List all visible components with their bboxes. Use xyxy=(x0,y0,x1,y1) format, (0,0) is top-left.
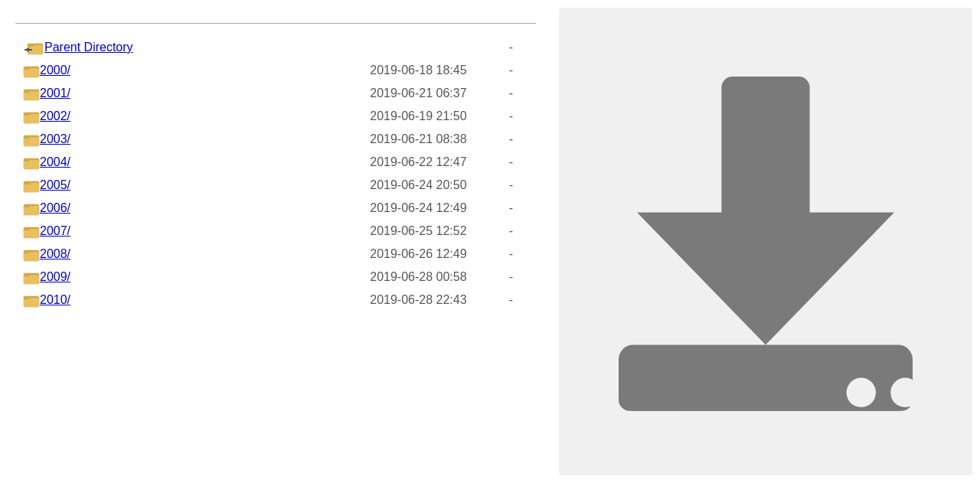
svg-rect-38 xyxy=(721,77,809,231)
directory-link[interactable]: 2009/ xyxy=(40,270,70,284)
folder-icon xyxy=(23,108,40,125)
download-icon xyxy=(559,8,972,475)
name-cell: 2009/ xyxy=(15,266,276,289)
directory-link[interactable]: Parent Directory xyxy=(44,41,133,54)
name-cell: 2000/ xyxy=(15,59,276,82)
svg-rect-19 xyxy=(24,158,30,162)
size-cell: - xyxy=(475,59,536,82)
name-cell: 2001/ xyxy=(15,82,276,105)
folder-icon xyxy=(23,246,40,263)
svg-rect-22 xyxy=(24,181,30,184)
size-cell: - xyxy=(475,105,536,128)
name-cell: Parent Directory xyxy=(15,36,276,59)
table-row: Parent Directory - xyxy=(15,36,536,59)
directory-link[interactable]: 2005/ xyxy=(40,178,70,192)
name-cell: 2007/ xyxy=(15,220,276,243)
svg-rect-7 xyxy=(24,67,30,70)
size-cell: - xyxy=(475,220,536,243)
date-cell: 2019-06-21 08:38 xyxy=(276,128,475,151)
svg-rect-13 xyxy=(24,113,30,116)
name-cell: 2006/ xyxy=(15,197,276,220)
size-cell: - xyxy=(475,289,536,312)
folder-icon xyxy=(23,177,40,194)
name-cell: 2005/ xyxy=(15,174,276,197)
directory-link[interactable]: 2008/ xyxy=(40,247,70,261)
directory-link[interactable]: 2007/ xyxy=(40,224,70,238)
size-cell: - xyxy=(475,151,536,174)
column-header-last-modified xyxy=(276,8,475,24)
svg-point-44 xyxy=(847,377,876,406)
download-panel xyxy=(559,8,972,475)
name-cell: 2002/ xyxy=(15,105,276,128)
table-row: 2000/ 2019-06-18 18:45 - xyxy=(15,59,536,82)
folder-icon xyxy=(23,200,40,217)
column-header-name xyxy=(15,8,276,24)
parent-icon xyxy=(23,39,44,56)
date-cell: 2019-06-26 12:49 xyxy=(276,243,475,266)
directory-link[interactable]: 2003/ xyxy=(40,132,70,146)
folder-icon xyxy=(23,85,40,102)
directory-link[interactable]: 2010/ xyxy=(40,293,70,307)
svg-rect-37 xyxy=(24,296,30,299)
size-cell: - xyxy=(475,82,536,105)
table-row: 2001/ 2019-06-21 06:37 - xyxy=(15,82,536,105)
size-cell: - xyxy=(475,174,536,197)
directory-link[interactable]: 2006/ xyxy=(40,201,70,215)
date-cell: 2019-06-28 00:58 xyxy=(276,266,475,289)
svg-marker-39 xyxy=(637,212,894,344)
svg-rect-2 xyxy=(28,44,34,47)
directory-link[interactable]: 2004/ xyxy=(40,155,70,169)
table-row: 2005/ 2019-06-24 20:50 - xyxy=(15,174,536,197)
file-listing: Parent Directory - 2000/ 2019-06-18 18:4… xyxy=(0,0,551,483)
folder-icon xyxy=(23,154,40,171)
table-row: 2004/ 2019-06-22 12:47 - xyxy=(15,151,536,174)
size-cell: - xyxy=(475,197,536,220)
table-row: 2002/ 2019-06-19 21:50 - xyxy=(15,105,536,128)
folder-icon xyxy=(23,223,40,240)
column-header-size xyxy=(475,8,536,24)
table-row: 2008/ 2019-06-26 12:49 - xyxy=(15,243,536,266)
folder-icon xyxy=(23,62,40,79)
directory-link[interactable]: 2002/ xyxy=(40,109,70,123)
size-cell: - xyxy=(475,266,536,289)
directory-link[interactable]: 2000/ xyxy=(40,64,70,77)
svg-rect-31 xyxy=(24,250,30,253)
svg-rect-25 xyxy=(24,204,30,207)
name-cell: 2008/ xyxy=(15,243,276,266)
date-cell: 2019-06-22 12:47 xyxy=(276,151,475,174)
folder-icon xyxy=(23,131,40,148)
table-row: 2007/ 2019-06-25 12:52 - xyxy=(15,220,536,243)
svg-rect-34 xyxy=(24,273,30,276)
date-cell: 2019-06-28 22:43 xyxy=(276,289,475,312)
name-cell: 2003/ xyxy=(15,128,276,151)
directory-table: Parent Directory - 2000/ 2019-06-18 18:4… xyxy=(15,8,536,312)
date-cell: 2019-06-19 21:50 xyxy=(276,105,475,128)
directory-link[interactable]: 2001/ xyxy=(40,86,70,100)
date-cell: 2019-06-25 12:52 xyxy=(276,220,475,243)
svg-rect-28 xyxy=(24,227,30,230)
svg-rect-10 xyxy=(24,90,30,93)
table-row: 2003/ 2019-06-21 08:38 - xyxy=(15,128,536,151)
name-cell: 2010/ xyxy=(15,289,276,312)
table-row: 2010/ 2019-06-28 22:43 - xyxy=(15,289,536,312)
svg-rect-16 xyxy=(24,135,30,139)
table-row: 2009/ 2019-06-28 00:58 - xyxy=(15,266,536,289)
download-svg-icon xyxy=(582,58,949,426)
folder-icon xyxy=(23,269,40,286)
size-cell: - xyxy=(475,128,536,151)
table-row: 2006/ 2019-06-24 12:49 - xyxy=(15,197,536,220)
date-cell: 2019-06-24 12:49 xyxy=(276,197,475,220)
size-cell: - xyxy=(475,243,536,266)
svg-point-45 xyxy=(890,377,920,406)
date-cell: 2019-06-24 20:50 xyxy=(276,174,475,197)
folder-icon xyxy=(23,292,40,308)
svg-rect-4 xyxy=(24,49,32,51)
name-cell: 2004/ xyxy=(15,151,276,174)
size-cell: - xyxy=(475,36,536,59)
date-cell xyxy=(276,36,475,59)
date-cell: 2019-06-21 06:37 xyxy=(276,82,475,105)
date-cell: 2019-06-18 18:45 xyxy=(276,59,475,82)
